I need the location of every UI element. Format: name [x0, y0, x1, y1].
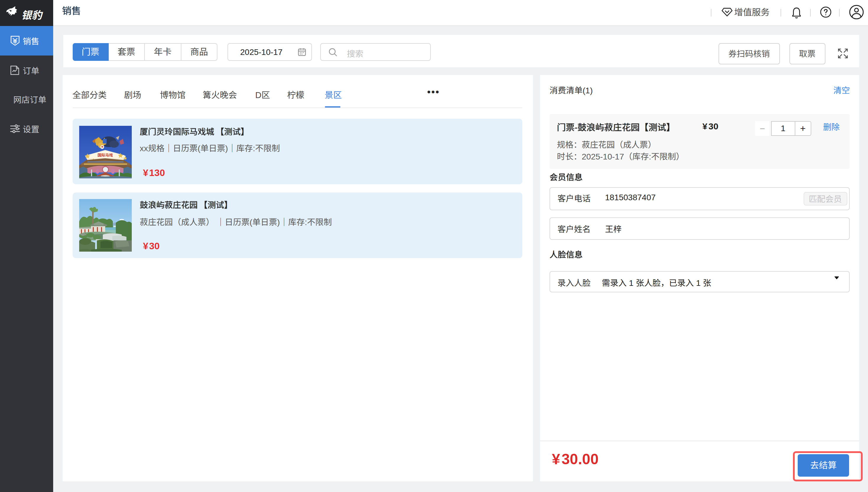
- svg-text:国际马戏: 国际马戏: [97, 153, 113, 157]
